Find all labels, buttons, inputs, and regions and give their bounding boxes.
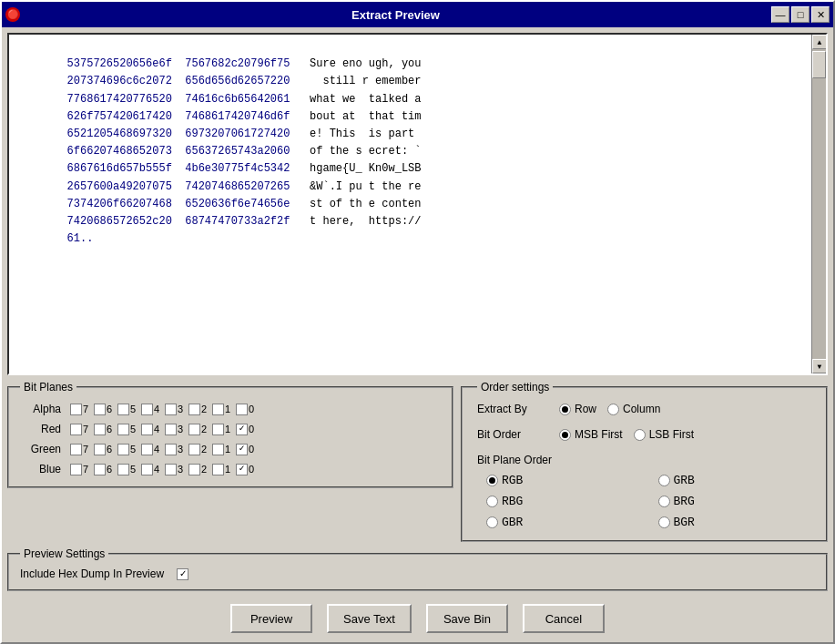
alpha-row: Alpha 7 6 5 [20, 403, 441, 415]
scroll-up-button[interactable]: ▲ [812, 35, 827, 49]
msb-first-radio[interactable] [559, 429, 571, 441]
scroll-thumb[interactable] [812, 51, 826, 78]
lsb-first-label: LSB First [649, 428, 694, 441]
save-bin-button[interactable]: Save Bin [426, 604, 508, 633]
alpha-bit-6: 6 [94, 404, 114, 415]
hex-dump-checkbox[interactable] [177, 568, 188, 580]
preview-scrollbar[interactable]: ▲ ▼ [811, 35, 826, 373]
alpha-check-2[interactable] [188, 404, 200, 415]
extract-by-row-label: Row [575, 403, 596, 415]
green-row: Green 7 6 5 [20, 443, 441, 455]
green-check-4[interactable] [141, 444, 153, 455]
main-window: 🔴 Extract Preview — □ ✕ 5375726520656e6f… [0, 0, 835, 644]
red-check-5[interactable] [117, 424, 129, 435]
extract-by-options: Row Column [559, 403, 660, 415]
preview-area: 5375726520656e6f 7567682c20796f75 Sure e… [7, 33, 828, 375]
rbg-label: RBG [502, 495, 523, 508]
green-check-7[interactable] [70, 444, 82, 455]
blue-check-5[interactable] [117, 464, 129, 475]
alpha-bit-5: 5 [117, 404, 137, 415]
alpha-bit-7: 7 [70, 404, 90, 415]
alpha-check-5[interactable] [117, 404, 129, 415]
preview-settings-label: Preview Settings [20, 547, 108, 560]
green-label: Green [20, 443, 61, 455]
blue-check-3[interactable] [165, 464, 177, 475]
grb-option[interactable]: GRB [658, 474, 812, 487]
extract-by-row-option[interactable]: Row [559, 403, 596, 415]
bit-plane-order-label: Bit Plane Order [477, 454, 811, 466]
extract-by-column-radio[interactable] [607, 404, 619, 415]
msb-first-option[interactable]: MSB First [559, 428, 623, 441]
gbr-radio[interactable] [486, 516, 498, 528]
minimize-button[interactable]: — [771, 6, 789, 23]
red-check-1[interactable] [212, 424, 224, 435]
alpha-check-0[interactable] [236, 404, 248, 415]
preview-button[interactable]: Preview [230, 604, 312, 633]
blue-check-2[interactable] [188, 464, 200, 475]
rgb-label: RGB [502, 474, 523, 487]
hex-dump-row: Include Hex Dump In Preview [20, 567, 815, 580]
brg-radio[interactable] [658, 496, 670, 507]
cancel-button[interactable]: Cancel [523, 604, 605, 633]
bgr-label: BGR [674, 516, 695, 529]
app-icon: 🔴 [5, 7, 20, 22]
bgr-option[interactable]: BGR [658, 516, 812, 529]
alpha-check-4[interactable] [141, 404, 153, 415]
extract-by-row-radio[interactable] [559, 404, 571, 415]
alpha-check-1[interactable] [212, 404, 224, 415]
green-check-2[interactable] [188, 444, 200, 455]
extract-by-column-label: Column [623, 403, 660, 415]
green-check-3[interactable] [165, 444, 177, 455]
extract-by-label: Extract By [477, 403, 550, 415]
extract-by-row: Extract By Row Column [477, 403, 811, 415]
lsb-first-radio[interactable] [634, 429, 646, 441]
green-check-0[interactable] [236, 444, 248, 455]
alpha-bit-1: 1 [212, 404, 232, 415]
alpha-check-6[interactable] [94, 404, 106, 415]
red-check-7[interactable] [70, 424, 82, 435]
red-check-0[interactable] [236, 424, 248, 435]
bit-planes-group: Bit Planes Alpha 7 6 [7, 381, 453, 542]
scroll-track[interactable] [812, 49, 826, 359]
brg-option[interactable]: BRG [658, 495, 812, 508]
red-check-6[interactable] [94, 424, 106, 435]
gbr-option[interactable]: GBR [486, 516, 640, 529]
preview-text-content[interactable]: 5375726520656e6f 7567682c20796f75 Sure e… [9, 35, 811, 373]
rbg-option[interactable]: RBG [486, 495, 640, 508]
bgr-radio[interactable] [658, 516, 670, 528]
blue-check-4[interactable] [141, 464, 153, 475]
order-settings-group: Order settings Extract By Row Column [461, 381, 828, 542]
title-bar-left: 🔴 [5, 7, 20, 22]
red-check-3[interactable] [165, 424, 177, 435]
red-label: Red [20, 423, 61, 435]
rbg-radio[interactable] [486, 496, 498, 507]
scroll-down-button[interactable]: ▼ [812, 359, 827, 373]
blue-check-1[interactable] [212, 464, 224, 475]
red-check-2[interactable] [188, 424, 200, 435]
bit-order-row: Bit Order MSB First LSB First [477, 428, 811, 441]
alpha-check-3[interactable] [165, 404, 177, 415]
blue-label: Blue [20, 463, 61, 475]
blue-check-7[interactable] [70, 464, 82, 475]
preview-settings-group: Preview Settings Include Hex Dump In Pre… [7, 547, 828, 591]
maximize-button[interactable]: □ [791, 6, 810, 23]
red-check-4[interactable] [141, 424, 153, 435]
rgb-radio[interactable] [486, 475, 498, 486]
alpha-bit-3: 3 [165, 404, 185, 415]
blue-check-0[interactable] [236, 464, 248, 475]
green-check-5[interactable] [117, 444, 129, 455]
bit-plane-order-section: Bit Plane Order RGB GRB [477, 454, 811, 529]
rgb-option[interactable]: RGB [486, 474, 640, 487]
alpha-check-7[interactable] [70, 404, 82, 415]
blue-check-6[interactable] [94, 464, 106, 475]
window-content: 5375726520656e6f 7567682c20796f75 Sure e… [2, 27, 833, 642]
close-button[interactable]: ✕ [811, 6, 830, 23]
green-check-6[interactable] [94, 444, 106, 455]
extract-by-column-option[interactable]: Column [607, 403, 660, 415]
alpha-bit-2: 2 [188, 404, 209, 415]
grb-radio[interactable] [658, 475, 670, 486]
save-text-button[interactable]: Save Text [327, 604, 412, 633]
lsb-first-option[interactable]: LSB First [634, 428, 694, 441]
bit-order-options: MSB First LSB First [559, 428, 694, 441]
green-check-1[interactable] [212, 444, 224, 455]
